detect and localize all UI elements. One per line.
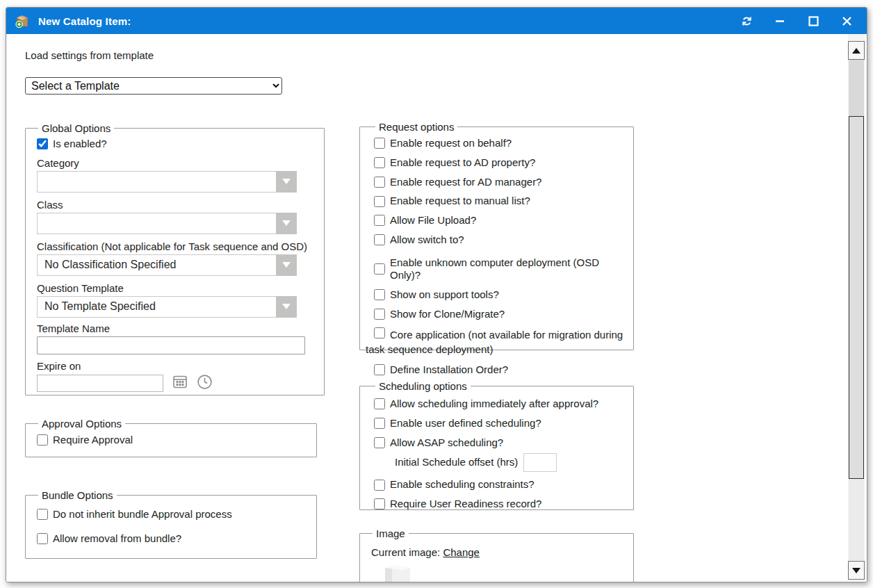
allow-switch-to-row: Allow switch to? <box>374 234 625 247</box>
require-approval-checkbox[interactable] <box>37 434 48 446</box>
allow-file-upload-row: Allow File Upload? <box>374 214 625 227</box>
allow-scheduling-after-approval-checkbox[interactable] <box>374 398 385 409</box>
class-dropdown-button[interactable] <box>276 213 297 234</box>
show-clone-migrate-checkbox[interactable] <box>374 309 385 320</box>
approval-options-group: Approval Options Require Approval <box>25 418 317 457</box>
show-clone-migrate-row: Show for Clone/Migrate? <box>374 308 625 321</box>
allow-file-upload-checkbox[interactable] <box>374 215 385 226</box>
window-title: New Catalog Item: <box>38 15 131 27</box>
scroll-up-button[interactable] <box>848 41 865 60</box>
load-settings-label: Load settings from template <box>25 49 154 61</box>
require-user-readiness-row: Require User Readiness record? <box>374 498 625 511</box>
allow-scheduling-after-approval-row: Allow scheduling immediately after appro… <box>374 398 625 411</box>
allow-switch-to-checkbox[interactable] <box>374 234 385 245</box>
minimize-icon[interactable] <box>768 11 792 31</box>
initial-schedule-offset-input[interactable] <box>523 453 557 472</box>
clock-icon[interactable] <box>197 374 213 393</box>
require-user-readiness-checkbox[interactable] <box>374 498 385 509</box>
change-image-link[interactable]: Change <box>443 546 480 558</box>
allow-removal-bundle-checkbox[interactable] <box>37 533 48 544</box>
template-name-input[interactable] <box>37 336 305 354</box>
core-application-label: Core application (not available for migr… <box>366 329 623 356</box>
titlebar: New Catalog Item: <box>6 8 867 34</box>
current-image-label: Current image: <box>371 546 440 558</box>
allow-switch-to-label: Allow switch to? <box>390 234 464 247</box>
current-image-line: Current image: Change <box>371 546 625 558</box>
show-clone-migrate-label: Show for Clone/Migrate? <box>390 308 505 321</box>
show-support-tools-row: Show on support tools? <box>374 288 625 302</box>
enable-unknown-computer-row: Enable unknown computer deployment (OSD … <box>374 256 625 283</box>
enable-request-ad-property-label: Enable request to AD property? <box>390 156 535 170</box>
scheduling-options-legend: Scheduling options <box>375 380 471 392</box>
category-label: Category <box>37 157 316 169</box>
show-support-tools-checkbox[interactable] <box>374 289 385 300</box>
question-template-dropdown-button[interactable] <box>276 296 297 318</box>
close-icon[interactable] <box>835 11 858 31</box>
enable-request-ad-property-row: Enable request to AD property? <box>374 156 625 170</box>
chevron-down-icon <box>282 179 291 184</box>
define-installation-order-checkbox[interactable] <box>374 364 385 375</box>
calendar-icon[interactable] <box>172 374 188 392</box>
category-value <box>37 171 276 193</box>
catalog-box-icon <box>15 13 30 28</box>
enable-user-defined-scheduling-label: Enable user defined scheduling? <box>390 417 541 430</box>
is-enabled-row: Is enabled? <box>37 138 316 151</box>
scroll-down-button[interactable] <box>848 561 865 580</box>
is-enabled-label: Is enabled? <box>53 138 107 151</box>
enable-unknown-computer-label: Enable unknown computer deployment (OSD … <box>390 256 625 283</box>
chevron-down-icon <box>282 262 291 268</box>
enable-request-on-behalf-checkbox[interactable] <box>374 138 385 149</box>
request-options-group: Request options Enable request on behalf… <box>359 121 634 350</box>
approval-options-legend: Approval Options <box>38 418 125 430</box>
refresh-icon[interactable] <box>735 11 758 31</box>
titlebar-controls <box>735 11 858 31</box>
question-template-label: Question Template <box>37 282 316 294</box>
require-approval-row: Require Approval <box>37 434 308 447</box>
enable-request-manual-list-checkbox[interactable] <box>374 196 385 207</box>
scrollbar-thumb[interactable] <box>849 116 864 479</box>
core-application-row: Core application (not available for migr… <box>366 327 625 358</box>
category-combo[interactable] <box>37 171 297 193</box>
allow-asap-scheduling-label: Allow ASAP scheduling? <box>390 436 503 450</box>
initial-schedule-offset-row: Initial Schedule offset (hrs) <box>395 453 625 472</box>
image-legend: Image <box>373 528 409 539</box>
enable-unknown-computer-checkbox[interactable] <box>374 263 385 275</box>
current-image-thumbnail <box>382 564 625 582</box>
enable-user-defined-scheduling-checkbox[interactable] <box>374 418 385 429</box>
enable-scheduling-constraints-label: Enable scheduling constraints? <box>390 478 535 491</box>
expire-on-input[interactable] <box>37 375 163 392</box>
image-group: Image Current image: Change <box>359 528 634 582</box>
allow-asap-scheduling-checkbox[interactable] <box>374 437 385 448</box>
global-options-group: Global Options Is enabled? Category Clas… <box>25 122 325 395</box>
scrollbar-track-upper[interactable] <box>849 60 864 116</box>
enable-request-ad-manager-checkbox[interactable] <box>374 177 385 188</box>
enable-request-ad-property-checkbox[interactable] <box>374 157 385 168</box>
core-application-checkbox[interactable] <box>374 327 385 338</box>
template-name-label: Template Name <box>37 322 316 334</box>
class-combo[interactable] <box>37 213 297 234</box>
no-inherit-bundle-approval-label: Do not inherit bundle Approval process <box>53 508 232 521</box>
require-approval-label: Require Approval <box>53 434 133 447</box>
scrollbar-track-lower[interactable] <box>849 479 864 560</box>
template-select[interactable]: Select a Template <box>25 77 282 95</box>
classification-label: Classification (Not applicable for Task … <box>37 240 316 252</box>
vertical-scrollbar[interactable] <box>848 34 865 580</box>
enable-request-manual-list-row: Enable request to manual list? <box>374 195 625 208</box>
category-dropdown-button[interactable] <box>276 171 297 193</box>
enable-scheduling-constraints-row: Enable scheduling constraints? <box>374 478 625 491</box>
dialog-content: Load settings from template Select a Tem… <box>6 34 867 582</box>
enable-user-defined-scheduling-row: Enable user defined scheduling? <box>374 417 625 430</box>
request-options-legend: Request options <box>375 121 457 133</box>
question-template-combo[interactable]: No Template Specified <box>37 296 297 318</box>
enable-request-ad-manager-label: Enable request for AD manager? <box>390 176 541 189</box>
maximize-icon[interactable] <box>801 11 825 31</box>
require-user-readiness-label: Require User Readiness record? <box>390 498 541 511</box>
classification-combo[interactable]: No Classification Specified <box>37 254 297 276</box>
enable-request-ad-manager-row: Enable request for AD manager? <box>374 176 625 189</box>
allow-removal-bundle-row: Allow removal from bundle? <box>37 532 308 546</box>
classification-dropdown-button[interactable] <box>276 254 297 276</box>
no-inherit-bundle-approval-checkbox[interactable] <box>37 509 48 520</box>
is-enabled-checkbox[interactable] <box>37 138 48 149</box>
enable-scheduling-constraints-checkbox[interactable] <box>374 480 385 491</box>
classification-value: No Classification Specified <box>37 254 276 276</box>
